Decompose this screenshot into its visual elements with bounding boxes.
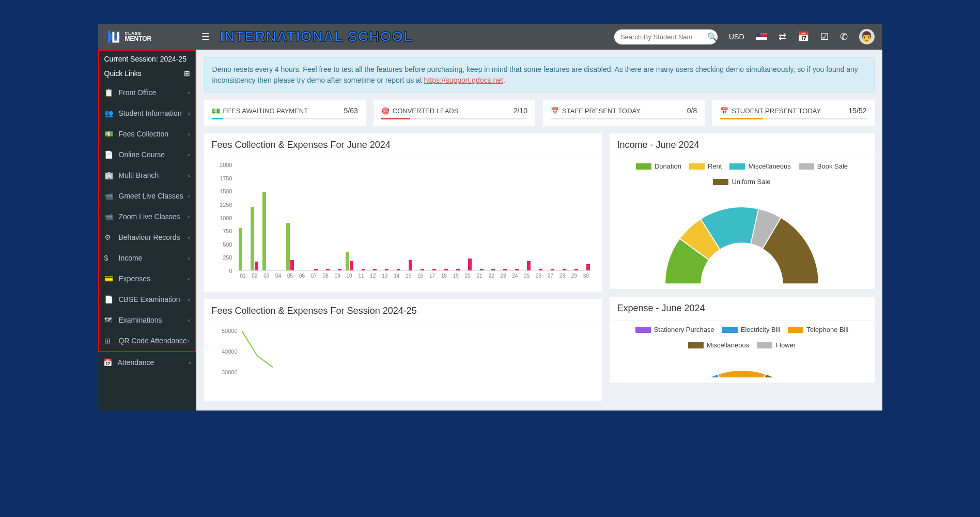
legend-item: Telephone Bill: [788, 326, 848, 333]
sidebar-item-examinations[interactable]: 🗺Examinations‹: [99, 310, 195, 330]
sidebar-item-student-information[interactable]: 👥Student Information‹: [99, 103, 195, 124]
stat-box: 📅STAFF PRESENT TODAY0/8: [543, 100, 705, 126]
sidebar-item-gmeet-live-classes[interactable]: 📹Gmeet Live Classes‹: [99, 186, 195, 206]
check-icon[interactable]: ☑: [820, 31, 829, 42]
bar-group: 14: [391, 165, 402, 270]
sidebar: Current Session: 2024-25 Quick Links ⊞ 📋…: [98, 50, 196, 410]
sidebar-item-expenses[interactable]: 💳Expenses‹: [99, 268, 195, 289]
chevron-left-icon: ‹: [188, 276, 190, 282]
sidebar-item-front-office[interactable]: 📋Front Office‹: [99, 82, 195, 103]
fees-session-panel: Fees Collection & Expenses For Session 2…: [204, 299, 602, 401]
avatar[interactable]: 👨: [859, 29, 875, 44]
fees-june-panel: Fees Collection & Expenses For June 2024…: [204, 133, 602, 292]
menu-label: Fees Collection: [119, 130, 169, 138]
sidebar-item-online-course[interactable]: 📄Online Course‹: [99, 144, 195, 165]
menu-label: Online Course: [119, 150, 165, 159]
legend-label: Uniform Sale: [732, 178, 770, 186]
bar: [515, 269, 519, 270]
stat-label: 🎯CONVERTED LEADS: [381, 107, 459, 115]
whatsapp-icon[interactable]: ✆: [840, 31, 848, 42]
bar-chart: 025050075010001250150017502000 010203040…: [212, 165, 594, 284]
bar-group: 05: [285, 165, 295, 270]
swap-icon[interactable]: ⇄: [779, 31, 786, 42]
sidebar-highlighted: Current Session: 2024-25 Quick Links ⊞ 📋…: [98, 50, 196, 352]
legend-item: Miscellaneous: [729, 162, 790, 170]
expense-panel: Expense - June 2024 Stationery PurchaseE…: [610, 297, 875, 383]
grid-icon: ⊞: [184, 69, 190, 78]
chevron-left-icon: ‹: [189, 359, 191, 366]
header-bar: CLASSMENTOR ☰ INTERNATIONAL SCHOOL 🔍 USD…: [98, 24, 882, 50]
bar: [527, 261, 531, 270]
legend-label: Telephone Bill: [806, 326, 848, 333]
chevron-left-icon: ‹: [188, 338, 190, 344]
bar: [251, 207, 254, 270]
flag-icon[interactable]: [756, 33, 767, 40]
bar: [491, 269, 495, 270]
school-name: INTERNATIONAL SCHOOL: [220, 28, 413, 45]
calendar-icon[interactable]: 📅: [798, 31, 809, 42]
stat-icon: 🎯: [381, 107, 390, 115]
sidebar-item-zoom-live-classes[interactable]: 📹Zoom Live Classes‹: [99, 206, 195, 227]
bar-group: 13: [379, 165, 390, 270]
menu-icon: 📄: [104, 150, 115, 159]
sidebar-item-cbse-examination[interactable]: 📄CBSE Examination‹: [99, 289, 195, 310]
sidebar-item-income[interactable]: $Income‹: [99, 248, 195, 268]
quick-links-label: Quick Links: [104, 69, 142, 78]
bar-group: 17: [427, 165, 438, 270]
currency-label[interactable]: USD: [729, 33, 744, 41]
stat-value: 0/8: [687, 107, 697, 115]
legend-item: Flower: [757, 341, 796, 349]
menu-label: Expenses: [119, 275, 150, 283]
legend-swatch: [799, 163, 814, 170]
progress-bar: [551, 118, 697, 119]
menu-icon: $: [104, 254, 115, 262]
bar-group: 24: [509, 165, 520, 270]
legend-label: Electricity Bill: [741, 326, 781, 333]
menu-icon: 💵: [104, 130, 115, 138]
bar: [338, 269, 341, 270]
legend-item: Donation: [636, 162, 681, 170]
bar: [539, 269, 542, 270]
legend-item: Stationery Purchase: [635, 326, 714, 333]
progress-bar: [212, 118, 358, 119]
bar: [239, 228, 242, 270]
notice-link[interactable]: https://support.qdocs.net: [424, 76, 503, 84]
sidebar-item-multi-branch[interactable]: 🏢Multi Branch‹: [99, 165, 195, 186]
logo-text: CLASSMENTOR: [125, 32, 152, 42]
stat-label: 💵FEES AWAITING PAYMENT: [212, 107, 308, 115]
legend-swatch: [729, 163, 745, 170]
bar: [456, 269, 460, 270]
legend-label: Rent: [708, 162, 722, 170]
chevron-left-icon: ‹: [188, 151, 190, 158]
menu-icon: 📹: [104, 192, 115, 200]
logo-icon: [106, 28, 122, 45]
stats-row: 💵FEES AWAITING PAYMENT5/63🎯CONVERTED LEA…: [204, 100, 875, 126]
menu-label: CBSE Examination: [119, 295, 180, 303]
chevron-left-icon: ‹: [188, 89, 190, 96]
bar: [290, 260, 294, 271]
legend-swatch: [757, 342, 772, 348]
legend-item: Rent: [689, 162, 722, 170]
sidebar-item-fees-collection[interactable]: 💵Fees Collection‹: [99, 124, 195, 144]
chevron-left-icon: ‹: [188, 234, 190, 240]
menu-icon: 📹: [104, 212, 115, 221]
sidebar-item-qr-code-attendance[interactable]: ⊞QR Code Attendance‹: [99, 330, 195, 351]
hamburger-icon[interactable]: ☰: [201, 31, 210, 42]
menu-icon: 📄: [104, 295, 115, 303]
menu-label: Multi Branch: [119, 171, 159, 179]
quick-links[interactable]: Quick Links ⊞: [99, 67, 195, 82]
bar-group: 22: [486, 165, 497, 270]
legend-item: Electricity Bill: [722, 326, 781, 333]
bar: [362, 269, 365, 270]
income-donut: [651, 193, 832, 284]
bar-group: 19: [450, 165, 461, 270]
sidebar-item-attendance[interactable]: 📅Attendance‹: [98, 352, 196, 373]
search-icon[interactable]: 🔍: [707, 32, 718, 42]
stat-icon: 📅: [720, 107, 728, 115]
bar-group: 01: [238, 165, 248, 270]
search-input[interactable]: [620, 33, 707, 41]
menu-label: Front Office: [119, 88, 157, 97]
sidebar-item-behaviour-records[interactable]: ⚙Behaviour Records‹: [99, 227, 195, 248]
menu-label: Attendance: [118, 358, 154, 367]
legend-swatch: [688, 342, 704, 348]
